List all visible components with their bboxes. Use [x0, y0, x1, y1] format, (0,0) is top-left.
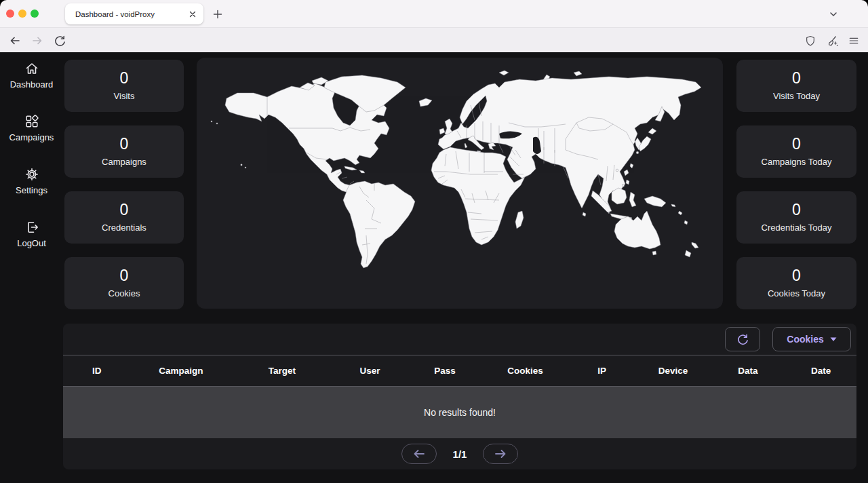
previous-page-button[interactable]: [401, 444, 437, 464]
stat-value: 0: [792, 136, 801, 152]
logout-icon: [24, 220, 39, 235]
result-type-dropdown[interactable]: Cookies: [772, 327, 851, 351]
stat-label: Credentials: [102, 223, 146, 233]
sidebar-item-label: Settings: [16, 185, 47, 195]
dashboard-page: Dashboard Campaigns Settings LogOut: [0, 52, 868, 483]
column-header-date: Date: [785, 366, 856, 376]
tab-list-dropdown-button[interactable]: [825, 5, 842, 23]
stat-value: 0: [120, 202, 129, 218]
hamburger-menu-icon: [848, 35, 860, 47]
result-type-label: Cookies: [787, 334, 823, 345]
column-header-target: Target: [231, 366, 332, 376]
arrow-right-icon: [494, 449, 507, 459]
results-toolbar: Cookies: [63, 324, 856, 355]
new-tab-button[interactable]: [209, 5, 226, 23]
stat-value: 0: [120, 71, 129, 86]
home-icon: [24, 61, 39, 76]
sidebar-item-campaigns[interactable]: Campaigns: [0, 114, 63, 144]
window-minimize-button[interactable]: [18, 9, 26, 18]
stat-card-campaigns: 0 Campaigns: [64, 125, 184, 178]
window-zoom-button[interactable]: [31, 9, 39, 18]
stat-value: 0: [792, 268, 801, 284]
column-header-user: User: [332, 366, 407, 376]
sidebar-item-label: Campaigns: [9, 132, 54, 142]
tab-close-icon[interactable]: [189, 10, 197, 18]
window-close-button[interactable]: [6, 9, 14, 18]
tab-bar: Dashboard - voidProxy: [0, 0, 868, 27]
stat-card-visits-today: 0 Visits Today: [736, 60, 856, 112]
stat-card-credentials-today: 0 Credentials Today: [736, 191, 856, 244]
reload-icon: [54, 35, 66, 47]
stat-card-visits: 0 Visits: [64, 60, 184, 112]
stat-label: Visits: [114, 91, 135, 101]
column-header-pass: Pass: [408, 366, 482, 376]
browser-window: Dashboard - voidProxy: [0, 0, 868, 483]
tab-title: Dashboard - voidProxy: [75, 10, 189, 18]
back-button[interactable]: [6, 32, 24, 50]
refresh-results-button[interactable]: [725, 327, 760, 351]
stat-value: 0: [120, 136, 129, 152]
stat-label: Cookies Today: [768, 288, 825, 298]
sidebar-nav: Dashboard Campaigns Settings LogOut: [0, 52, 63, 483]
sidebar-item-settings[interactable]: Settings: [0, 167, 63, 197]
stat-card-cookies-today: 0 Cookies Today: [736, 257, 856, 309]
column-header-device: Device: [635, 366, 710, 376]
chevron-down-icon: [828, 9, 839, 20]
gear-icon: [24, 167, 39, 182]
world-map-panel: [197, 58, 723, 309]
stat-label: Credentials Today: [762, 223, 832, 233]
next-page-button[interactable]: [483, 444, 518, 464]
sidebar-item-label: LogOut: [17, 238, 46, 248]
cleanup-button[interactable]: [823, 32, 841, 50]
stat-label: Visits Today: [773, 91, 820, 101]
stat-card-campaigns-today: 0 Campaigns Today: [736, 125, 856, 178]
shield-button[interactable]: [802, 32, 819, 50]
empty-results-row: No results found!: [63, 387, 856, 438]
menu-button[interactable]: [845, 32, 863, 50]
broom-sparkle-icon: [826, 35, 839, 47]
shield-icon: [804, 35, 816, 47]
column-header-id: ID: [63, 366, 130, 376]
column-header-campaign: Campaign: [130, 366, 231, 376]
stat-value: 0: [792, 71, 801, 86]
sidebar-item-dashboard[interactable]: Dashboard: [0, 61, 63, 91]
column-header-ip: IP: [568, 366, 635, 376]
stat-card-cookies: 0 Cookies: [64, 257, 184, 309]
stat-value: 0: [792, 202, 801, 218]
reload-button[interactable]: [51, 32, 68, 50]
plus-icon: [212, 9, 223, 20]
stat-label: Campaigns: [102, 157, 146, 167]
sidebar-item-logout[interactable]: LogOut: [0, 220, 63, 250]
category-grid-icon: [24, 114, 39, 129]
page-indicator: 1/1: [453, 448, 467, 460]
results-table-header: ID Campaign Target User Pass Cookies IP …: [63, 355, 856, 387]
stat-label: Campaigns Today: [762, 157, 832, 167]
forward-arrow-icon: [31, 34, 44, 47]
forward-button[interactable]: [28, 32, 46, 50]
arrow-left-icon: [413, 449, 425, 459]
stat-label: Cookies: [108, 288, 140, 298]
pagination: 1/1: [63, 438, 856, 469]
empty-results-message: No results found!: [424, 407, 496, 418]
refresh-icon: [736, 333, 749, 346]
back-arrow-icon: [8, 34, 22, 47]
column-header-cookies: Cookies: [482, 366, 568, 376]
browser-tab[interactable]: Dashboard - voidProxy: [65, 3, 203, 24]
caret-down-icon: [830, 337, 837, 342]
stat-value: 0: [120, 268, 129, 284]
stat-card-credentials: 0 Credentials: [64, 191, 184, 244]
browser-toolbar: [0, 27, 868, 52]
sidebar-item-label: Dashboard: [10, 79, 54, 90]
column-header-data: Data: [711, 366, 785, 376]
world-map: [197, 58, 723, 309]
results-panel: Cookies ID Campaign Target User Pass Coo…: [63, 324, 856, 469]
